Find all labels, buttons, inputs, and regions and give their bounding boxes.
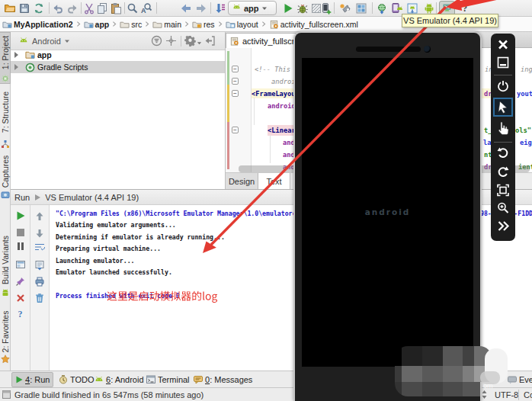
gear-icon[interactable] <box>184 35 196 47</box>
zoom-icon[interactable] <box>497 201 510 214</box>
down-stack-trace-icon[interactable] <box>34 228 45 239</box>
fold-marker-icon[interactable]: − <box>232 90 239 97</box>
back-icon[interactable] <box>180 2 192 14</box>
find-icon[interactable] <box>127 2 139 14</box>
synchronize-icon[interactable] <box>33 2 45 14</box>
toggle-toolwindows-icon[interactable] <box>2 390 11 399</box>
breadcrumb-item[interactable]: MyApplication2 <box>2 20 73 29</box>
sidebar-item-captures[interactable]: Captures <box>0 152 11 200</box>
copy-icon[interactable] <box>96 2 108 14</box>
filter-icon[interactable] <box>151 35 162 47</box>
up-stack-trace-icon[interactable] <box>34 211 45 222</box>
minimize-icon[interactable] <box>497 56 509 69</box>
tooltip-vs-emulator: VS Emulator (4.4 API 19) <box>402 14 498 27</box>
restore-layout-icon[interactable] <box>15 259 26 270</box>
emulator-screen[interactable]: android <box>302 58 473 367</box>
clear-all-icon[interactable] <box>34 293 45 303</box>
toolwin-run-button[interactable]: 4: Run <box>11 372 53 387</box>
single-point-input-button-selected[interactable] <box>493 98 513 117</box>
encoding-widget[interactable]: UTF-8 <box>495 390 518 399</box>
fold-marker-icon[interactable]: − <box>232 78 239 85</box>
close-icon[interactable] <box>15 293 26 303</box>
android-device-monitor-icon[interactable] <box>423 2 435 14</box>
sidebar-item-favorites[interactable]: 2: Favorites <box>0 310 11 365</box>
fold-marker-icon[interactable]: − <box>232 127 239 133</box>
project-structure-icon[interactable] <box>355 2 367 14</box>
settings-wrench-icon[interactable] <box>338 2 351 14</box>
spinner-arrows-icon[interactable] <box>482 390 487 399</box>
emulator-phone-window[interactable]: android <box>293 31 482 401</box>
tab-text[interactable]: Text <box>258 173 290 190</box>
avd-manager-icon[interactable] <box>390 2 402 14</box>
pin-tab-icon[interactable] <box>15 276 26 287</box>
toolbar-separator <box>372 2 373 14</box>
expand-arrow-icon[interactable] <box>14 52 18 58</box>
help-icon[interactable]: ? <box>460 2 471 14</box>
breadcrumb-item[interactable]: main <box>152 20 181 29</box>
console-line: Preparing virtual machine... <box>56 244 161 253</box>
run-on-device-icon[interactable] <box>320 2 332 14</box>
save-all-icon[interactable] <box>18 2 30 14</box>
rerun-icon[interactable] <box>15 210 26 221</box>
breadcrumb-separator-icon <box>111 21 117 27</box>
toolwin-event-log-button[interactable]: Eve <box>505 372 532 387</box>
toolwin-terminal-button[interactable]: Terminal <box>143 372 193 387</box>
compile-icon[interactable] <box>214 2 226 14</box>
breadcrumb-item[interactable]: layout <box>226 20 258 29</box>
power-icon[interactable] <box>497 80 509 92</box>
gradle-sync-icon[interactable] <box>376 2 388 14</box>
open-folder-icon[interactable] <box>4 2 16 14</box>
scroll-to-end-icon[interactable] <box>34 260 45 271</box>
toolbar-separator <box>494 75 512 75</box>
project-panel: Android app Gradle Scripts <box>11 32 226 189</box>
redo-icon[interactable] <box>66 2 79 14</box>
run-tab-label[interactable]: VS Emulator (4.4 API 19) <box>45 193 139 202</box>
rotate-right-icon[interactable] <box>497 165 510 178</box>
sidebar-item-structure[interactable]: 7: Structure <box>0 85 11 149</box>
breadcrumb-item[interactable]: activity_fullscreen.xml <box>269 20 358 29</box>
project-view-select[interactable]: Android <box>18 36 70 47</box>
sdk-manager-icon[interactable] <box>406 2 418 14</box>
replace-icon[interactable]: A <box>140 2 152 14</box>
toolwin-android-button[interactable]: 6: Android <box>91 372 147 387</box>
tree-row-gradle-scripts[interactable]: Gradle Scripts <box>11 61 225 73</box>
status-message[interactable]: Gradle build finished in 6s 547ms (58 mi… <box>14 390 204 399</box>
toolbar-separator <box>49 2 50 14</box>
help-icon[interactable]: ? <box>15 308 26 319</box>
breadcrumb-item[interactable]: app <box>84 20 110 29</box>
multi-touch-input-icon[interactable] <box>495 120 511 137</box>
fit-to-screen-icon[interactable] <box>497 184 510 197</box>
print-icon[interactable] <box>34 276 45 287</box>
expand-arrow-icon[interactable] <box>14 64 18 70</box>
messages-icon <box>194 375 203 384</box>
sidebar-item-project[interactable]: 1: Project <box>0 32 11 84</box>
run-play-icon[interactable] <box>282 2 294 14</box>
use-soft-wraps-icon[interactable] <box>34 242 45 252</box>
breadcrumb-item[interactable]: res <box>192 20 215 29</box>
paste-icon[interactable] <box>110 2 122 14</box>
terminal-icon <box>146 375 155 384</box>
stop-icon[interactable] <box>15 227 26 238</box>
debug-icon[interactable] <box>296 2 309 14</box>
pause-output-icon[interactable] <box>15 241 26 252</box>
collapse-all-icon[interactable] <box>165 35 177 47</box>
forward-icon[interactable] <box>195 2 207 14</box>
rotate-left-icon[interactable] <box>497 146 510 159</box>
tab-design[interactable]: Design <box>226 173 258 190</box>
additional-tools-icon[interactable] <box>497 220 510 232</box>
console-line: Process finished with exit code 0 <box>56 291 180 300</box>
sidebar-item-build-variants[interactable]: Build Variants <box>0 233 11 298</box>
undo-icon[interactable] <box>52 2 64 14</box>
close-icon[interactable] <box>498 39 509 50</box>
tree-row-label: app <box>37 50 52 59</box>
change-marker-added <box>227 51 229 85</box>
toolwin-messages-button[interactable]: 0: Messages <box>191 372 255 387</box>
layout-folder-icon <box>226 20 236 29</box>
breadcrumb-item[interactable]: src <box>120 20 142 29</box>
run-configuration-select[interactable]: app <box>228 1 277 15</box>
fold-marker-icon[interactable]: − <box>232 66 239 72</box>
context-widget[interactable]: Co <box>524 390 532 399</box>
hide-panel-icon[interactable] <box>204 35 216 47</box>
cut-icon[interactable] <box>83 2 95 14</box>
tree-row-app[interactable]: app <box>11 49 225 61</box>
